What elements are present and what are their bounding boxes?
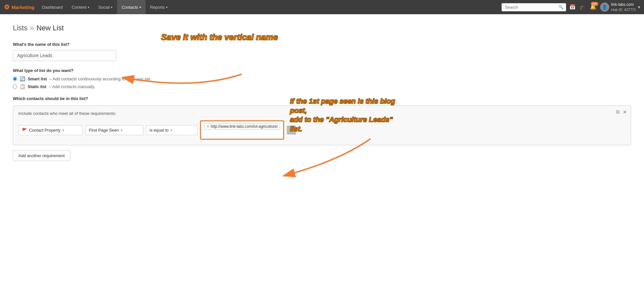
search-wrapper: 🔍	[502, 3, 566, 11]
notification-badge: 10+	[591, 2, 598, 6]
breadcrumb-parent[interactable]: Lists	[13, 24, 27, 32]
education-icon[interactable]: 🎓	[580, 4, 586, 10]
chevron-down-icon: ▾	[139, 5, 141, 9]
static-list-radio[interactable]	[13, 85, 17, 89]
sprocket-icon: ⚙	[4, 3, 10, 11]
static-list-label: Static list	[28, 84, 46, 89]
breadcrumb-separator: »	[30, 24, 34, 32]
smart-list-desc: – Add contacts continuously according to…	[49, 76, 151, 81]
breadcrumb-current: New List	[37, 24, 64, 32]
value-tag[interactable]: ✕ http://www.link-labs.com/iot-agricultu…	[204, 123, 280, 130]
static-list-desc: – Add contacts manually.	[49, 84, 95, 89]
chevron-down-icon: ▾	[121, 128, 122, 132]
list-type-section: What type of list do you want? 🔄 Smart l…	[13, 68, 631, 89]
requirement-row: 🚩 Contact Property ▾ First Page Seen ▾ i…	[18, 120, 626, 140]
remove-row-button[interactable]: −	[287, 126, 296, 135]
flag-icon: 🚩	[22, 128, 27, 133]
contact-property-dropdown[interactable]: 🚩 Contact Property ▾	[18, 125, 83, 135]
contacts-label: Which contacts should be in this list?	[13, 96, 631, 101]
account-info: link-labs.com Hub ID: 427771	[611, 2, 636, 12]
chevron-down-icon: ▾	[111, 5, 112, 9]
name-section: What's the name of this list?	[13, 42, 631, 61]
smart-list-label: Smart list	[28, 76, 47, 81]
navbar: ⚙ Marketing Dashboard Content ▾ Social ▾…	[0, 0, 644, 14]
requirements-box: Include contacts who meet all of these r…	[13, 106, 631, 145]
avatar: 👤	[600, 3, 609, 12]
breadcrumb: Lists » New List	[13, 24, 631, 32]
contact-property-label: Contact Property	[29, 128, 61, 133]
list-name-input[interactable]	[13, 50, 116, 61]
chevron-down-icon: ▾	[62, 128, 64, 132]
value-box[interactable]: ✕ http://www.link-labs.com/iot-agricultu…	[200, 120, 284, 140]
contacts-section: Which contacts should be in this list? I…	[13, 96, 631, 161]
condition-dropdown[interactable]: is equal to ▾	[146, 125, 197, 135]
user-menu[interactable]: 👤 link-labs.com Hub ID: 427771 ▾	[600, 2, 640, 12]
nav-content[interactable]: Content ▾	[67, 0, 94, 14]
chevron-down-icon: ▾	[638, 5, 640, 10]
nav-contacts[interactable]: Contacts ▾	[117, 0, 145, 14]
brand-name: Marketing	[12, 5, 34, 10]
add-requirement-button[interactable]: Add another requirement	[13, 150, 70, 161]
search-input[interactable]	[502, 3, 566, 11]
static-list-icon: 📋	[20, 84, 25, 89]
main-content: Lists » New List What's the name of this…	[0, 14, 644, 282]
nav-reports[interactable]: Reports ▾	[146, 0, 172, 14]
static-list-option[interactable]: 📋 Static list – Add contacts manually.	[13, 84, 631, 89]
name-label: What's the name of this list?	[13, 42, 631, 47]
smart-list-radio[interactable]	[13, 77, 17, 81]
first-page-seen-label: First Page Seen	[89, 128, 119, 133]
chevron-down-icon: ▾	[88, 5, 89, 9]
nav-items: Dashboard Content ▾ Social ▾ Contacts ▾ …	[38, 0, 502, 14]
condition-label: is equal to	[149, 128, 168, 133]
nav-right: 📅 🎓 🔔 10+ 👤 link-labs.com Hub ID: 427771…	[569, 2, 640, 12]
type-label: What type of list do you want?	[13, 68, 631, 73]
nav-dashboard[interactable]: Dashboard	[38, 0, 67, 14]
requirements-header: Include contacts who meet all of these r…	[18, 111, 626, 116]
box-icons: ⧉ ✕	[616, 109, 627, 115]
tag-value: http://www.link-labs.com/iot-agriculture…	[211, 124, 278, 129]
close-icon[interactable]: ✕	[623, 109, 627, 115]
smart-list-icon: 🔄	[20, 76, 25, 81]
first-page-seen-dropdown[interactable]: First Page Seen ▾	[85, 125, 143, 135]
notifications-icon[interactable]: 🔔 10+	[590, 4, 596, 10]
copy-icon[interactable]: ⧉	[616, 109, 620, 115]
search-icon: 🔍	[559, 5, 563, 9]
chevron-down-icon: ▾	[166, 5, 168, 9]
tag-remove-icon[interactable]: ✕	[207, 125, 209, 129]
nav-social[interactable]: Social ▾	[94, 0, 117, 14]
chevron-down-icon: ▾	[170, 128, 172, 132]
brand-logo[interactable]: ⚙ Marketing	[4, 3, 34, 11]
smart-list-option[interactable]: 🔄 Smart list – Add contacts continuously…	[13, 76, 631, 81]
calendar-icon[interactable]: 📅	[569, 4, 576, 10]
